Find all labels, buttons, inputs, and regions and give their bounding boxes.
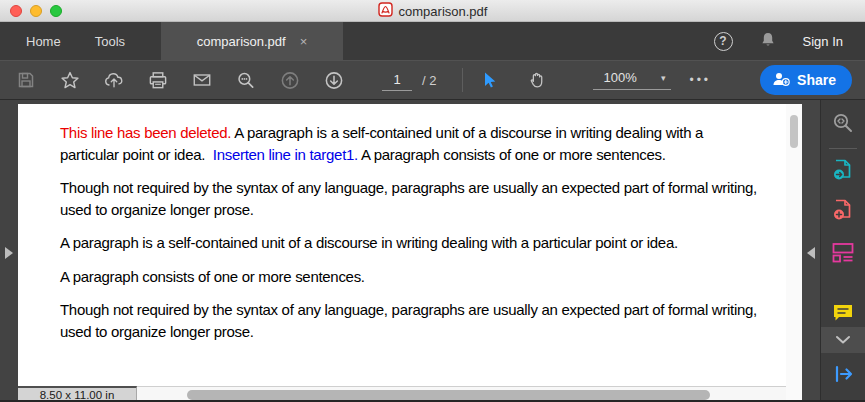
horizontal-scrollbar-thumb[interactable] — [187, 390, 710, 400]
more-options-icon[interactable]: ••• — [689, 73, 711, 87]
text-segment-black: A paragraph consists of one or more sent… — [60, 268, 365, 285]
page-up-icon[interactable] — [280, 70, 300, 90]
text-segment-blue: Inserten line in target1. — [213, 146, 358, 163]
star-icon[interactable] — [60, 70, 80, 90]
select-cursor-icon[interactable] — [479, 70, 499, 90]
bell-icon[interactable] — [759, 31, 777, 52]
pdf-page: This line has been deleted. A paragraph … — [18, 104, 786, 386]
tabbar: Home Tools comparison.pdf × ? Sign In — [0, 22, 865, 60]
vertical-scrollbar-thumb[interactable] — [790, 115, 798, 148]
titlebar: comparison.pdf — [0, 0, 865, 22]
tab-home[interactable]: Home — [20, 22, 67, 60]
share-person-icon — [772, 71, 790, 90]
vertical-scrollbar[interactable] — [786, 100, 802, 402]
sign-in-button[interactable]: Sign In — [803, 34, 843, 49]
zoom-level-dropdown[interactable]: 100% ▾ — [593, 70, 671, 90]
paragraph: Though not required by the syntax of any… — [60, 177, 763, 220]
acrobat-pdf-icon — [378, 2, 393, 20]
document-paragraphs: This line has been deleted. A paragraph … — [60, 122, 763, 342]
page-total-label: / 2 — [422, 73, 436, 88]
text-segment-black: A paragraph is a self-contained unit of … — [60, 234, 678, 251]
left-panel-strip — [0, 100, 18, 402]
document-column: This line has been deleted. A paragraph … — [18, 100, 786, 402]
paragraph: This line has been deleted. A paragraph … — [60, 122, 763, 165]
tools-sidebar — [820, 100, 865, 402]
chevron-down-icon — [835, 335, 851, 345]
paragraph: A paragraph consists of one or more sent… — [60, 266, 763, 288]
tabbar-right: ? Sign In — [714, 22, 865, 60]
tab-tools[interactable]: Tools — [89, 22, 131, 60]
email-icon[interactable] — [192, 70, 212, 90]
expand-left-panel-icon[interactable] — [5, 247, 13, 259]
zoom-search-icon[interactable] — [236, 70, 256, 90]
sidebar-divider — [829, 148, 857, 149]
more-tools-row[interactable] — [821, 327, 865, 353]
paragraph: A paragraph is a self-contained unit of … — [60, 232, 763, 254]
search-zoom-tool-icon[interactable] — [830, 110, 856, 136]
export-pdf-icon[interactable] — [830, 157, 856, 183]
toolbar: 1 / 2 100% ▾ ••• Share — [0, 60, 865, 100]
page-down-icon[interactable] — [324, 70, 344, 90]
chevron-down-icon: ▾ — [661, 73, 666, 83]
page-number-input[interactable]: 1 — [382, 69, 412, 91]
save-icon[interactable] — [16, 70, 36, 90]
create-pdf-icon[interactable] — [830, 197, 856, 223]
cloud-upload-icon[interactable] — [104, 70, 124, 90]
share-button-label: Share — [797, 72, 836, 88]
help-icon[interactable]: ? — [714, 32, 733, 51]
organize-pages-icon[interactable] — [830, 239, 856, 265]
hand-tool-icon[interactable] — [527, 70, 547, 90]
toolbar-divider — [462, 68, 463, 92]
right-panel-strip — [802, 100, 820, 402]
comment-icon[interactable] — [830, 299, 856, 325]
text-segment-black: A paragraph consists of one or more sent… — [358, 146, 666, 163]
document-tab-label: comparison.pdf — [197, 34, 286, 49]
acrobat-window: comparison.pdf Home Tools comparison.pdf… — [0, 0, 865, 402]
window-title-text: comparison.pdf — [399, 4, 488, 19]
window-title: comparison.pdf — [0, 0, 865, 22]
paragraph: Though not required by the syntax of any… — [60, 299, 763, 342]
zoom-level-value: 100% — [603, 70, 636, 85]
expand-tools-icon[interactable] — [830, 361, 856, 387]
tab-document[interactable]: comparison.pdf × — [161, 22, 343, 60]
share-button[interactable]: Share — [760, 65, 852, 95]
text-segment-black: Though not required by the syntax of any… — [60, 179, 761, 218]
text-segment-red: This line has been deleted. — [60, 124, 231, 141]
text-segment-black: Though not required by the syntax of any… — [60, 301, 761, 340]
main-area: This line has been deleted. A paragraph … — [0, 100, 865, 402]
collapse-right-panel-icon[interactable] — [807, 247, 815, 259]
close-tab-icon[interactable]: × — [300, 34, 308, 49]
print-icon[interactable] — [148, 70, 168, 90]
